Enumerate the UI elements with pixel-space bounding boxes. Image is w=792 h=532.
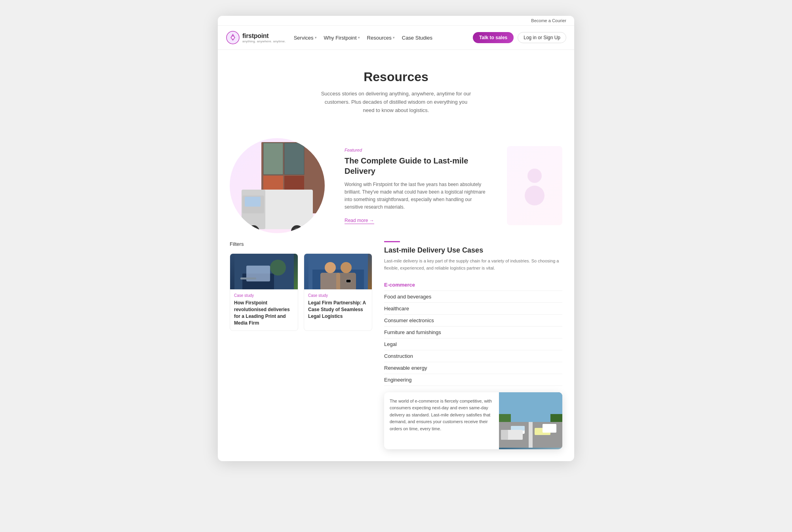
meeting-image-svg [308, 254, 368, 289]
use-cases-section: Filters Case [218, 241, 574, 461]
svg-point-16 [250, 228, 257, 233]
browser-window: Become a Courier firstpoint anything. an… [218, 16, 574, 461]
svg-rect-5 [263, 143, 283, 175]
ecommerce-info-card: The world of e-commerce is fiercely comp… [384, 392, 562, 449]
featured-truck-image [230, 138, 325, 233]
svg-point-24 [270, 260, 286, 276]
card-image-meeting [304, 254, 372, 289]
featured-description: Working with Firstpoint for the last fiv… [345, 181, 491, 211]
featured-content: Featured The Complete Guide to Last-mile… [345, 148, 495, 224]
card-body: Case study How Firstpoint revolutionised… [230, 289, 298, 330]
svg-rect-37 [529, 422, 533, 448]
chevron-icon: ▾ [358, 36, 360, 40]
card-image-desk [230, 254, 298, 289]
featured-section: Featured The Complete Guide to Last-mile… [218, 126, 574, 241]
list-item[interactable]: Consumer electronics [384, 315, 562, 327]
card-category: Case study [234, 293, 294, 298]
nav-item-resources[interactable]: Resources ▾ [367, 35, 395, 41]
use-cases-title: Last-mile Delivery Use Cases [384, 246, 562, 255]
read-more-link[interactable]: Read more → [345, 218, 374, 224]
highway-svg [499, 392, 562, 448]
svg-point-19 [527, 169, 542, 183]
talk-to-sales-button[interactable]: Talk to sales [473, 32, 514, 43]
chevron-icon: ▾ [393, 36, 395, 40]
right-column: Last-mile Delivery Use Cases Last-mile d… [384, 241, 562, 449]
svg-point-1 [232, 36, 234, 39]
become-courier-link[interactable]: Become a Courier [531, 18, 566, 23]
desk-image-svg [234, 254, 294, 289]
svg-rect-6 [284, 143, 304, 175]
top-bar: Become a Courier [218, 16, 574, 26]
nav-actions: Talk to sales Log in or Sign Up [473, 32, 566, 43]
navbar: firstpoint anything. anywhere. anytime. … [218, 26, 574, 50]
list-item[interactable]: Food and beverages [384, 291, 562, 303]
list-item[interactable]: Engineering [384, 374, 562, 386]
table-row: Case study How Firstpoint revolutionised… [230, 253, 298, 331]
logo-text: firstpoint anything. anywhere. anytime. [242, 32, 286, 43]
table-row: Case study Legal Firm Partnership: A Cas… [304, 253, 372, 331]
use-cases-description: Last-mile delivery is a key part of the … [384, 258, 562, 272]
logo-tagline: anything. anywhere. anytime. [242, 40, 286, 43]
svg-rect-43 [501, 430, 508, 440]
cards-grid: Case study How Firstpoint revolutionised… [230, 253, 372, 331]
truck-scene-svg [230, 138, 325, 233]
left-column: Filters Case [230, 241, 372, 449]
svg-point-29 [341, 262, 352, 273]
decorative-right-panel [507, 146, 562, 225]
list-item[interactable]: Furniture and furnishings [384, 327, 562, 338]
logo[interactable]: firstpoint anything. anywhere. anytime. [226, 30, 286, 45]
hero-description: Success stories on delivering anything, … [321, 90, 471, 114]
svg-rect-20 [525, 186, 544, 205]
svg-rect-41 [543, 424, 556, 433]
logo-icon [226, 30, 240, 45]
industry-list: E-commerce Food and beverages Healthcare… [384, 279, 562, 386]
featured-label: Featured [345, 148, 491, 152]
list-item[interactable]: Renewable energy [384, 362, 562, 374]
card-body: Case study Legal Firm Partnership: A Cas… [304, 289, 372, 323]
card-title: How Firstpoint revolutionised deliveries… [234, 300, 294, 326]
ecommerce-description: The world of e-commerce is fiercely comp… [384, 392, 499, 449]
featured-title: The Complete Guide to Last-mile Delivery [345, 156, 491, 176]
chevron-icon: ▾ [315, 36, 317, 40]
list-item[interactable]: Legal [384, 338, 562, 350]
svg-rect-25 [240, 277, 256, 279]
list-item[interactable]: Healthcare [384, 303, 562, 315]
login-button[interactable]: Log in or Sign Up [518, 32, 566, 43]
filters-label: Filters [230, 241, 372, 247]
deco-person-icon [519, 166, 550, 205]
hero-section: Resources Success stories on delivering … [218, 50, 574, 126]
nav-item-services[interactable]: Services ▾ [294, 35, 317, 41]
card-category: Case study [308, 293, 368, 298]
section-accent-bar [384, 241, 400, 242]
hero-title: Resources [230, 70, 562, 84]
svg-point-28 [325, 262, 336, 273]
svg-rect-14 [245, 197, 261, 207]
featured-image-wrap [230, 138, 333, 233]
nav-links: Services ▾ Why Firstpoint ▾ Resources ▾ … [294, 35, 465, 41]
list-item[interactable]: Construction [384, 350, 562, 362]
list-item[interactable]: E-commerce [384, 279, 562, 291]
card-title: Legal Firm Partnership: A Case Study of … [308, 300, 368, 319]
logo-name: firstpoint [242, 32, 286, 40]
nav-item-case-studies[interactable]: Case Studies [402, 35, 432, 41]
nav-item-why-firstpoint[interactable]: Why Firstpoint ▾ [324, 35, 360, 41]
use-cases-inner: Filters Case [230, 241, 562, 449]
svg-rect-32 [346, 279, 351, 283]
highway-image [499, 392, 562, 449]
